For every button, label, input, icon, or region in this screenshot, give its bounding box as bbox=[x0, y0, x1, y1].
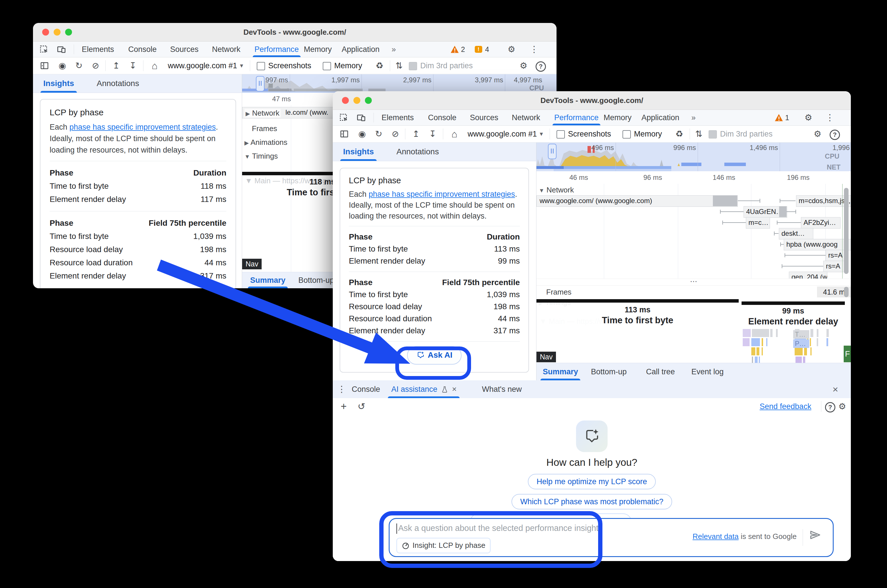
chevron-down-icon[interactable]: ▾ bbox=[237, 57, 246, 74]
new-chat-icon[interactable]: + bbox=[339, 398, 349, 415]
network-request-bar[interactable]: m=cdos,hsm,jsa,mb bbox=[796, 195, 851, 207]
tab-network[interactable]: Network bbox=[512, 110, 540, 125]
dim-third-parties-checkbox[interactable] bbox=[409, 62, 417, 70]
tab-event-log[interactable]: Event log bbox=[691, 363, 724, 380]
record-icon[interactable]: ◉ bbox=[57, 57, 68, 74]
history-icon[interactable]: ↺ bbox=[356, 398, 367, 415]
scrollbar-thumb[interactable] bbox=[844, 287, 849, 297]
tab-ai-assistance[interactable]: AI assistance × bbox=[391, 380, 457, 398]
track-resizer[interactable]: ⋯ bbox=[536, 279, 851, 286]
screenshots-checkbox[interactable] bbox=[257, 62, 265, 70]
tab-sources[interactable]: Sources bbox=[470, 110, 498, 125]
network-request-bar[interactable]: gen_204 (w… bbox=[789, 272, 827, 279]
overview-handle[interactable]: II bbox=[256, 76, 264, 92]
send-icon[interactable] bbox=[809, 529, 821, 542]
suggestion-chip-lcp-phase[interactable]: Which LCP phase was most problematic? bbox=[512, 494, 672, 509]
timeline-overview[interactable]: II 997 ms 1,997 ms 2,997 ms 3,997 ms 4,9… bbox=[242, 74, 557, 93]
close-tab-icon[interactable]: × bbox=[452, 385, 456, 393]
relevant-data-link[interactable]: Relevant data bbox=[692, 532, 738, 541]
shrink-rows-icon[interactable]: ⇅ bbox=[693, 126, 704, 142]
kebab-menu-icon[interactable]: ⋮ bbox=[530, 41, 539, 58]
device-toolbar-icon[interactable] bbox=[57, 45, 66, 56]
tab-annotations[interactable]: Annotations bbox=[97, 74, 139, 93]
improvement-strategies-link[interactable]: phase has specific improvement strategie… bbox=[369, 190, 515, 198]
track-network[interactable]: ▼ Network bbox=[539, 186, 574, 195]
tab-console[interactable]: Console bbox=[128, 42, 157, 57]
lcp-by-phase-card[interactable]: LCP by phase Each phase has specific imp… bbox=[40, 99, 236, 288]
tab-bottom-up[interactable]: Bottom-up bbox=[298, 272, 334, 288]
tab-console[interactable]: Console bbox=[428, 110, 456, 125]
tab-application[interactable]: Application bbox=[641, 110, 679, 125]
settings-gear-icon[interactable]: ⚙ bbox=[812, 126, 823, 142]
warning-badge-icon[interactable] bbox=[450, 45, 459, 54]
tab-sources[interactable]: Sources bbox=[170, 42, 198, 57]
tab-bottom-up[interactable]: Bottom-up bbox=[591, 363, 627, 380]
settings-gear-icon[interactable]: ⚙ bbox=[837, 398, 847, 415]
more-tabs-icon[interactable]: » bbox=[392, 42, 396, 57]
inspect-icon[interactable] bbox=[339, 113, 349, 124]
track-timings[interactable]: ▼ Timings bbox=[245, 152, 278, 160]
tab-memory[interactable]: Memory bbox=[603, 110, 632, 125]
more-tabs-icon[interactable]: » bbox=[691, 110, 696, 125]
inspect-icon[interactable] bbox=[39, 45, 49, 56]
suggestion-chip-lcp-score[interactable]: Help me optimize my LCP score bbox=[528, 474, 656, 489]
target-select[interactable]: www.google.com #1 bbox=[468, 126, 537, 142]
overview-handle[interactable]: II bbox=[548, 144, 557, 159]
network-request-bar[interactable]: AF2bZyi… bbox=[801, 217, 840, 229]
network-request-bar[interactable]: rs=A bbox=[823, 261, 845, 272]
tab-application[interactable]: Application bbox=[342, 42, 380, 57]
tab-elements[interactable]: Elements bbox=[82, 42, 114, 57]
clear-icon[interactable]: ⊘ bbox=[390, 126, 401, 142]
panel-left-icon[interactable] bbox=[340, 129, 349, 140]
settings-gear-icon[interactable]: ⚙ bbox=[518, 57, 529, 74]
timeline-overview[interactable]: II 496 ms 996 ms 1,496 ms 1,996 CPU NET bbox=[536, 142, 851, 171]
tab-call-tree[interactable]: Call tree bbox=[646, 363, 675, 380]
garbage-collect-icon[interactable]: ♻ bbox=[374, 57, 385, 74]
warning-badge-icon[interactable] bbox=[774, 114, 783, 123]
memory-checkbox[interactable] bbox=[623, 130, 631, 138]
track-frames[interactable]: Frames bbox=[252, 124, 277, 133]
home-icon[interactable]: ⌂ bbox=[449, 126, 460, 142]
network-request-bar[interactable]: m=c… bbox=[746, 217, 770, 229]
network-request-bar[interactable]: hpba (www.goog bbox=[784, 239, 851, 250]
track-frames[interactable]: Frames bbox=[546, 288, 572, 297]
tab-insights[interactable]: Insights bbox=[43, 74, 74, 93]
tab-performance[interactable]: Performance bbox=[254, 42, 299, 57]
tab-insights[interactable]: Insights bbox=[343, 142, 374, 161]
download-profile-icon[interactable]: ↧ bbox=[428, 126, 438, 142]
kebab-menu-icon[interactable]: ⋮ bbox=[337, 381, 346, 398]
reload-icon[interactable]: ↻ bbox=[74, 57, 84, 74]
help-icon[interactable]: ? bbox=[536, 62, 546, 72]
panel-left-icon[interactable] bbox=[40, 61, 49, 71]
reload-icon[interactable]: ↻ bbox=[374, 126, 384, 142]
tab-annotations[interactable]: Annotations bbox=[396, 142, 439, 161]
tab-summary[interactable]: Summary bbox=[250, 272, 285, 288]
tab-elements[interactable]: Elements bbox=[381, 110, 414, 125]
tab-console-drawer[interactable]: Console bbox=[352, 380, 380, 398]
scrollbar-thumb[interactable] bbox=[844, 188, 849, 274]
network-request-bar[interactable]: rs=A bbox=[825, 250, 845, 261]
tab-summary[interactable]: Summary bbox=[543, 363, 578, 380]
download-profile-icon[interactable]: ↧ bbox=[128, 57, 138, 74]
screenshots-checkbox[interactable] bbox=[557, 130, 565, 138]
network-request-bar[interactable]: www.google.com/ (www.google.com) bbox=[536, 195, 738, 207]
kebab-menu-icon[interactable]: ⋮ bbox=[825, 109, 834, 126]
send-feedback-link[interactable]: Send feedback bbox=[759, 398, 811, 415]
dim-third-parties-checkbox[interactable] bbox=[708, 130, 717, 138]
close-drawer-icon[interactable]: × bbox=[833, 380, 838, 398]
tab-memory[interactable]: Memory bbox=[304, 42, 332, 57]
network-request-bar[interactable]: deskt… bbox=[779, 228, 813, 240]
record-icon[interactable]: ◉ bbox=[357, 126, 367, 142]
memory-checkbox[interactable] bbox=[323, 62, 331, 70]
upload-profile-icon[interactable]: ↥ bbox=[411, 126, 421, 142]
lcp-by-phase-card[interactable]: LCP by phase Each phase has specific imp… bbox=[340, 168, 529, 373]
issues-badge-icon[interactable]: ! bbox=[475, 46, 482, 53]
clear-icon[interactable]: ⊘ bbox=[90, 57, 101, 74]
settings-gear-icon[interactable]: ⚙ bbox=[803, 109, 814, 126]
chevron-down-icon[interactable]: ▾ bbox=[537, 126, 546, 142]
tab-whats-new[interactable]: What's new bbox=[482, 380, 522, 398]
upload-profile-icon[interactable]: ↥ bbox=[111, 57, 122, 74]
help-icon[interactable]: ? bbox=[825, 402, 835, 412]
garbage-collect-icon[interactable]: ♻ bbox=[674, 126, 684, 142]
settings-gear-icon[interactable]: ⚙ bbox=[506, 41, 517, 58]
